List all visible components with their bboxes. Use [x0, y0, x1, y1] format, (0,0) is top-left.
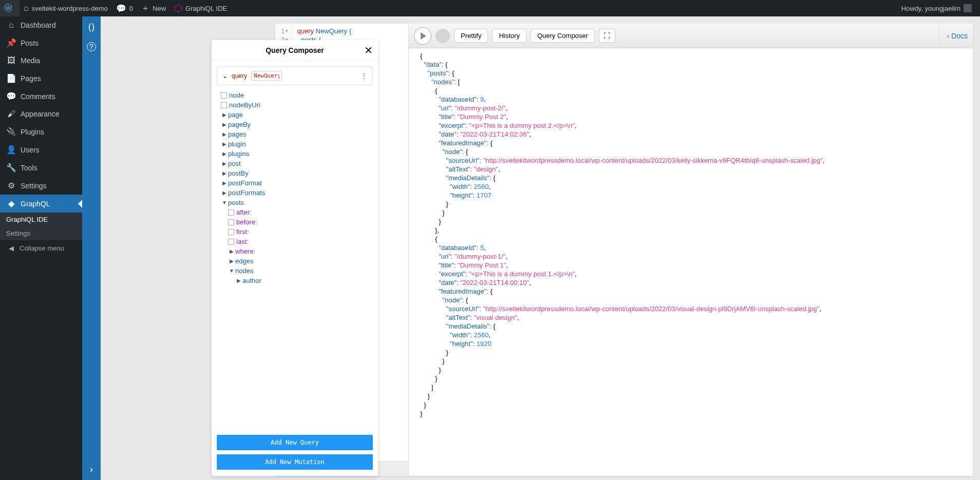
sidebar-item-dashboard[interactable]: ⌂Dashboard: [0, 16, 82, 34]
query-composer-button[interactable]: Query Composer: [531, 29, 595, 43]
tree-item[interactable]: before:: [221, 217, 369, 227]
comments-link[interactable]: 💬0: [112, 0, 137, 16]
howdy-link[interactable]: Howdy, youngjaelim: [897, 4, 976, 12]
menu-icon: ⚙: [6, 181, 16, 190]
sidebar-item-appearance[interactable]: 🖌Appearance: [0, 105, 82, 123]
help-icon[interactable]: ?: [87, 42, 96, 51]
caret-down-icon[interactable]: ▼: [228, 268, 235, 274]
code-icon[interactable]: ⟨⟩: [88, 22, 95, 33]
tree-item[interactable]: ▶edges: [221, 256, 369, 266]
menu-label: Settings: [21, 182, 47, 190]
caret-right-icon[interactable]: ▶: [228, 248, 235, 254]
tree-label: nodeByUri: [229, 101, 260, 109]
history-button[interactable]: History: [492, 29, 526, 43]
sidebar-item-media[interactable]: 🖼Media: [0, 52, 82, 69]
query-name-input[interactable]: [251, 71, 282, 81]
menu-icon: 🖼: [6, 56, 16, 65]
site-name-link[interactable]: ⌂sveltekit-wordpress-demo: [20, 0, 112, 16]
caret-down-icon[interactable]: ▼: [221, 200, 228, 205]
tree-item[interactable]: ▶page: [221, 110, 369, 120]
ide-label: GraphiQL IDE: [185, 5, 227, 12]
caret-right-icon[interactable]: ▶: [228, 258, 235, 264]
ide-narrow-bar: ⟨⟩ ? ›: [82, 16, 101, 480]
caret-right-icon[interactable]: ▶: [221, 141, 228, 147]
caret-right-icon[interactable]: ▶: [221, 122, 228, 127]
caret-right-icon[interactable]: ▶: [235, 278, 242, 283]
docs-button[interactable]: ‹Docs: [939, 24, 968, 48]
submenu-item[interactable]: GraphiQL IDE: [0, 213, 82, 226]
caret-right-icon[interactable]: ▶: [221, 112, 228, 118]
svg-point-3: [181, 9, 182, 10]
comment-icon: 💬: [116, 4, 126, 13]
sidebar-item-plugins[interactable]: 🔌Plugins: [0, 123, 82, 141]
chevron-down-icon[interactable]: ⌄: [222, 72, 228, 80]
sidebar-item-graphql[interactable]: ◆GraphQL: [0, 195, 82, 213]
add-new-query-button[interactable]: Add New Query: [217, 435, 373, 450]
tree-label: before:: [236, 218, 257, 226]
tree-item[interactable]: ▼nodes: [221, 266, 369, 276]
sidebar-item-posts[interactable]: 📌Posts: [0, 34, 82, 52]
new-link[interactable]: ＋New: [137, 0, 170, 16]
tree-item[interactable]: ▶plugin: [221, 139, 369, 149]
tree-item[interactable]: node: [221, 90, 369, 100]
tree-item[interactable]: ▶author: [221, 276, 369, 285]
caret-right-icon[interactable]: ▶: [221, 131, 228, 137]
menu-icon: 🔧: [6, 163, 16, 172]
plus-icon: ＋: [141, 3, 149, 14]
tree-item[interactable]: ▶where:: [221, 246, 369, 256]
user-avatar-icon[interactable]: [436, 29, 450, 43]
caret-right-icon[interactable]: ▶: [221, 190, 228, 196]
caret-right-icon[interactable]: ▶: [221, 170, 228, 176]
chevron-right-icon[interactable]: ›: [90, 464, 93, 474]
wp-logo-button[interactable]: ⓦ: [0, 0, 20, 16]
caret-right-icon[interactable]: ▶: [221, 180, 228, 186]
play-button[interactable]: [414, 27, 431, 45]
submenu-item[interactable]: Settings: [0, 226, 82, 240]
tree-item[interactable]: ▶plugins: [221, 149, 369, 159]
composer-tree[interactable]: nodenodeByUri▶page▶pageBy▶pages▶plugin▶p…: [212, 87, 378, 431]
checkbox-icon[interactable]: [228, 239, 234, 245]
tree-item[interactable]: first:: [221, 227, 369, 237]
result-pane[interactable]: { "data": { "posts": { "nodes": [ { "dat…: [409, 48, 973, 476]
menu-icon: 📌: [6, 38, 16, 48]
prettify-button[interactable]: Prettify: [454, 29, 488, 43]
tree-item[interactable]: ▶pageBy: [221, 120, 369, 129]
graphql-icon: [174, 4, 182, 12]
tree-item[interactable]: nodeByUri: [221, 100, 369, 110]
tree-item[interactable]: ▶postFormat: [221, 178, 369, 188]
sidebar-item-settings[interactable]: ⚙Settings: [0, 177, 82, 195]
kebab-icon[interactable]: ⋮: [361, 72, 367, 80]
tree-item[interactable]: after:: [221, 207, 369, 217]
sidebar-item-tools[interactable]: 🔧Tools: [0, 159, 82, 177]
composer-query-bar: ⌄ query ⋮: [217, 66, 373, 85]
checkbox-icon[interactable]: [221, 102, 227, 108]
collapse-menu-button[interactable]: ◀Collapse menu: [0, 240, 82, 256]
tree-item[interactable]: ▶postBy: [221, 168, 369, 178]
howdy-label: Howdy, youngjaelim: [901, 5, 960, 12]
sidebar-item-users[interactable]: 👤Users: [0, 141, 82, 159]
tree-item[interactable]: ▶pages: [221, 129, 369, 139]
fullscreen-button[interactable]: ⛶: [599, 29, 615, 43]
graphiql-link[interactable]: GraphiQL IDE: [170, 0, 231, 16]
checkbox-icon[interactable]: [221, 92, 227, 99]
sidebar-item-pages[interactable]: 📄Pages: [0, 69, 82, 87]
sidebar-item-comments[interactable]: 💬Comments: [0, 87, 82, 105]
checkbox-icon[interactable]: [228, 219, 234, 225]
tree-label: nodes: [235, 267, 253, 275]
close-icon[interactable]: ✕: [364, 44, 373, 56]
menu-icon: 💬: [6, 91, 16, 101]
menu-label: Posts: [21, 39, 39, 47]
tree-label: where:: [235, 247, 255, 255]
tree-item[interactable]: ▶post: [221, 159, 369, 168]
tree-label: pages: [228, 130, 246, 138]
tree-item[interactable]: last:: [221, 237, 369, 246]
menu-label: Dashboard: [21, 21, 56, 29]
svg-marker-0: [175, 5, 182, 12]
checkbox-icon[interactable]: [228, 229, 234, 235]
tree-item[interactable]: ▼posts: [221, 198, 369, 207]
caret-right-icon[interactable]: ▶: [221, 161, 228, 166]
add-new-mutation-button[interactable]: Add New Mutation: [217, 454, 373, 470]
checkbox-icon[interactable]: [228, 209, 234, 216]
caret-right-icon[interactable]: ▶: [221, 151, 228, 157]
tree-item[interactable]: ▶postFormats: [221, 188, 369, 198]
